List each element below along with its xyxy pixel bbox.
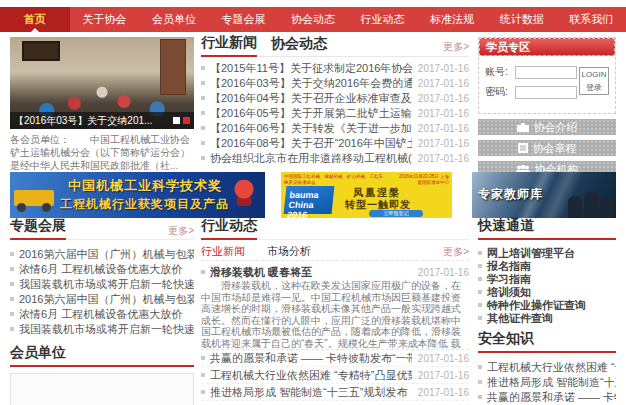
password-input[interactable]: [515, 86, 577, 99]
news-title[interactable]: 【2015年11号】关于征求制定2016年协会标准工作...: [201, 61, 412, 76]
tab-association-news[interactable]: 协会动态: [271, 35, 327, 56]
industry-row: 工程机械大行业依然困难 “专精特”凸显优势 2017-01-16: [201, 367, 469, 384]
quick-channel-row: 其他证件查询: [478, 312, 616, 325]
bauma-logo: bauma China 2016: [284, 186, 335, 214]
news-row: 【2016年05号】关于开展第二批铲土运输机械产品... 2017-01-16: [201, 106, 469, 121]
safety-header: 安全知识: [478, 335, 616, 353]
news-list: 【2015年11号】关于征求制定2016年协会标准工作... 2017-01-1…: [201, 61, 469, 166]
bauma-date-text: 2016年11月22-25日 上海新国际博览中心: [397, 174, 449, 185]
bauma-top-text: 中国国际工程机械、建材机械、矿山机械、工程车辆及设备博览会: [284, 174, 384, 185]
industry-item-date: 2017-01-16: [418, 387, 469, 398]
carousel-indicators: [173, 117, 190, 124]
bauma-register-button[interactable]: 立即预登记: [369, 210, 423, 217]
industry-item-date: 2017-01-16: [418, 353, 469, 364]
nav-item-standards[interactable]: 标准法规: [417, 7, 487, 32]
feature-article-title[interactable]: 滑移装载机 暖春将至: [201, 265, 418, 280]
expo-row: 2016第六届中国（广州）机械与包装展: [10, 292, 194, 307]
news-date: 2017-01-16: [418, 108, 469, 119]
news-more-link[interactable]: 更多>: [443, 40, 469, 54]
quick-channel-item[interactable]: 其他证件查询: [478, 311, 616, 326]
industry-title: 行业动态: [201, 217, 257, 240]
association-intro-label: 协会介绍: [534, 120, 578, 135]
association-charter-label: 协会章程: [533, 141, 577, 156]
safety-item[interactable]: 共赢的愿景和承诺 —— 卡特彼勒发布“一带一路...: [478, 390, 616, 405]
nav-item-statistics[interactable]: 统计数据: [487, 7, 557, 32]
carousel-dot-1[interactable]: [173, 117, 180, 124]
active-tab-caret-icon: [31, 28, 39, 32]
bauma-logo-line2: China 2016: [287, 200, 333, 218]
industry-item[interactable]: 工程机械大行业依然困难 “专精特”凸显优势: [201, 368, 412, 383]
award-banner[interactable]: 中国机械工业科学技术奖 工程机械行业获奖项目及产品: [10, 172, 265, 218]
quick-channel-title: 快速通道: [478, 217, 534, 238]
news-title[interactable]: 【2016年06号】关于转发《关于进一步加快工程机...: [201, 121, 412, 136]
safety-title: 安全知识: [478, 330, 534, 351]
experts-banner[interactable]: 专家教师库: [472, 172, 616, 218]
industry-item[interactable]: 共赢的愿景和承诺 —— 卡特彼勒发布“一带一路...: [201, 351, 412, 366]
nav-item-expo[interactable]: 专题会展: [209, 7, 279, 32]
carousel-caption-bar: 【2016年03号】关于交纳201...: [10, 112, 194, 129]
news-title[interactable]: 协会组织北京市在用非道路移动工程机械(叉车)登记...: [201, 151, 412, 166]
nav-item-contact[interactable]: 联系我们: [557, 7, 626, 32]
association-intro-button[interactable]: 协会介绍: [478, 119, 616, 135]
carousel-photo[interactable]: 【2016年03号】关于交纳201...: [10, 37, 194, 129]
expo-row: 我国装载机市场或将开启新一轮快速增长: [10, 322, 194, 337]
association-charter-button[interactable]: 协会章程: [478, 140, 616, 156]
nav-item-industry-news[interactable]: 行业动态: [348, 7, 418, 32]
person-silhouette: [568, 196, 582, 218]
expo-more-link[interactable]: 更多>: [168, 224, 194, 238]
news-header: 行业新闻 协会动态 更多>: [201, 37, 469, 57]
news-date: 2017-01-16: [418, 153, 469, 164]
feature-article-header: 滑移装载机 暖春将至 2017-01-16: [201, 264, 469, 280]
industry-more-link[interactable]: 更多>: [443, 245, 469, 259]
page: 首页 关于协会 会员单位 专题会展 协会动态 行业动态 标准法规 统计数据 联系…: [0, 0, 626, 405]
industry-header: 行业动态: [201, 222, 469, 240]
news-title[interactable]: 【2016年08号】关于召开“2016年中国铲土运输机...: [201, 136, 412, 151]
nav-item-members[interactable]: 会员单位: [139, 7, 209, 32]
expo-row: 浓情6月 工程机械设备优惠大放价: [10, 262, 194, 277]
news-row: 协会组织北京市在用非道路移动工程机械(叉车)登记... 2017-01-16: [201, 151, 469, 166]
carousel-caption[interactable]: 【2016年03号】关于交纳201...: [14, 112, 152, 129]
award-banner-line1: 中国机械工业科学技术奖: [68, 177, 222, 195]
news-title[interactable]: 【2016年05号】关于开展第二批铲土运输机械产品...: [201, 106, 412, 121]
subtab-industry-news[interactable]: 行业新闻: [201, 244, 245, 259]
photo-door: [160, 39, 186, 95]
expo-item[interactable]: 我国装载机市场或将开启新一轮快速增长: [10, 277, 194, 292]
award-banner-line2: 工程机械行业获奖项目及产品: [60, 196, 229, 213]
feature-article-body: 滑移装载机，这种在欧美发达国家应用极广的设备，在中国市场却是难得一见。中国工程机…: [201, 280, 469, 350]
expo-item[interactable]: 2016第六届中国（广州）机械与包装展: [10, 292, 194, 307]
person-silhouette: [600, 196, 614, 218]
book-icon: [518, 143, 528, 153]
wheel-loader-graphic: [14, 190, 54, 206]
news-row: 【2016年03号】关于交纳2016年会费的通知 2017-01-16: [201, 76, 469, 91]
login-button-en: LOGIN: [580, 68, 608, 81]
trophy-icon: [231, 180, 257, 206]
quick-channel-list: 网上培训管理平台 报名指南 学习指南 培训须知 特种作业操作证查询 其他证件查询: [478, 247, 616, 325]
account-input[interactable]: [515, 66, 577, 79]
industry-row: 推进格局形成 智能制造“十三五”规划发布 2017-01-16: [201, 384, 469, 401]
industry-subtabs: 行业新闻 市场分析 更多>: [201, 243, 469, 261]
nav-item-association-news[interactable]: 协会动态: [278, 7, 348, 32]
subtab-market-analysis[interactable]: 市场分析: [267, 244, 311, 259]
carousel-dot-2[interactable]: [183, 117, 190, 124]
news-row: 【2016年04号】关于召开企业标准审查及培训会议... 2017-01-16: [201, 91, 469, 106]
news-title[interactable]: 【2016年03号】关于交纳2016年会费的通知: [201, 76, 412, 91]
login-button[interactable]: LOGIN 登录: [579, 67, 609, 95]
industry-item[interactable]: 推进格局形成 智能制造“十三五”规划发布: [201, 385, 412, 400]
expo-item[interactable]: 浓情6月 工程机械设备优惠大放价: [10, 262, 194, 277]
expo-item[interactable]: 浓情6月 工程机械设备优惠大放价: [10, 307, 194, 322]
nav-item-home[interactable]: 首页: [0, 7, 70, 32]
safety-item[interactable]: 推进格局形成 智能制造“十三五”规划发布: [478, 375, 616, 390]
industry-item-date: 2017-01-16: [418, 370, 469, 381]
news-date: 2017-01-16: [418, 63, 469, 74]
safety-item[interactable]: 工程机械大行业依然困难 “专精特”凸显优势: [478, 360, 616, 375]
tab-industry-news[interactable]: 行业新闻: [201, 34, 257, 57]
bauma-banner[interactable]: 中国国际工程机械、建材机械、矿山机械、工程车辆及设备博览会 2016年11月22…: [281, 172, 452, 218]
login-panel-title: 学员专区: [479, 38, 615, 56]
expo-item[interactable]: 2016第六届中国（广州）机械与包装展: [10, 247, 194, 262]
nav-item-about[interactable]: 关于协会: [70, 7, 140, 32]
members-header: 会员单位: [10, 349, 194, 367]
expo-item[interactable]: 我国装载机市场或将开启新一轮快速增长: [10, 322, 194, 337]
top-nav: 首页 关于协会 会员单位 专题会展 协会动态 行业动态 标准法规 统计数据 联系…: [0, 7, 626, 32]
news-title[interactable]: 【2016年04号】关于召开企业标准审查及培训会议...: [201, 91, 412, 106]
members-logo-box[interactable]: [10, 373, 194, 405]
